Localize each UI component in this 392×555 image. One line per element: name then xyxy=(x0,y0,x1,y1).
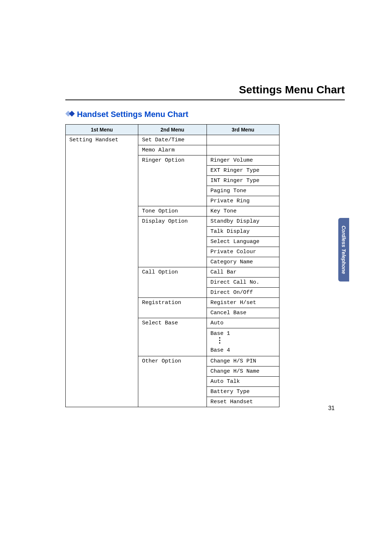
cell-3rd-menu: Change H/S Name xyxy=(207,366,279,376)
cell-3rd-menu: Private Ring xyxy=(207,196,279,206)
header-3rd-menu: 3rd Menu xyxy=(207,125,279,135)
section-header: Handset Settings Menu Chart xyxy=(65,110,345,119)
cell-3rd-menu-base-range: Base 1 ••• Base 4 xyxy=(207,328,279,356)
cell-3rd-menu: EXT Ringer Type xyxy=(207,166,279,176)
cell-3rd-menu: Select Language xyxy=(207,237,279,247)
base-end: Base 4 xyxy=(211,347,230,353)
cell-2nd-menu: Ringer Option xyxy=(138,155,207,206)
cell-3rd-menu: Auto Talk xyxy=(207,376,279,386)
cell-3rd-menu: Standby Display xyxy=(207,216,279,227)
table-header-row: 1st Menu 2nd Menu 3rd Menu xyxy=(66,125,279,135)
cell-3rd-menu: Paging Tone xyxy=(207,186,279,196)
cell-2nd-menu: Registration xyxy=(138,298,207,318)
cell-3rd-menu: Direct Call No. xyxy=(207,278,279,288)
side-tab-label: Cordless Telephone xyxy=(341,226,347,274)
cell-2nd-menu: Memo Alarm xyxy=(138,145,207,155)
cell-3rd-menu: Direct On/Off xyxy=(207,288,279,298)
cell-2nd-menu: Other Option xyxy=(138,356,207,407)
page-title: Settings Menu Chart xyxy=(65,84,345,100)
cell-3rd-menu xyxy=(207,145,279,155)
cell-3rd-menu: Talk Display xyxy=(207,227,279,237)
diamond-icon xyxy=(65,111,75,118)
cell-3rd-menu xyxy=(207,135,279,145)
cell-3rd-menu: Change H/S PIN xyxy=(207,356,279,366)
cell-3rd-menu: Ringer Volume xyxy=(207,155,279,166)
cell-3rd-menu: Reset Handset xyxy=(207,397,279,407)
cell-3rd-menu: INT Ringer Type xyxy=(207,176,279,186)
cell-2nd-menu: Display Option xyxy=(138,216,207,267)
svg-marker-1 xyxy=(69,111,75,117)
cell-2nd-menu: Call Option xyxy=(138,267,207,298)
vertical-dots-icon: ••• xyxy=(211,337,221,345)
table-row: Setting Handset Set Date/Time xyxy=(66,135,279,145)
cell-1st-menu: Setting Handset xyxy=(66,135,138,407)
cell-3rd-menu: Auto xyxy=(207,318,279,328)
cell-3rd-menu: Cancel Base xyxy=(207,308,279,318)
side-tab: Cordless Telephone xyxy=(338,218,349,281)
document-page: Settings Menu Chart Handset Settings Men… xyxy=(0,0,392,407)
cell-3rd-menu: Category Name xyxy=(207,257,279,267)
settings-menu-table: 1st Menu 2nd Menu 3rd Menu Setting Hands… xyxy=(65,124,279,407)
cell-3rd-menu: Key Tone xyxy=(207,206,279,216)
page-number: 31 xyxy=(328,405,335,412)
cell-2nd-menu: Select Base xyxy=(138,318,207,356)
cell-2nd-menu: Set Date/Time xyxy=(138,135,207,145)
cell-3rd-menu: Register H/set xyxy=(207,298,279,308)
cell-3rd-menu: Private Colour xyxy=(207,247,279,257)
cell-3rd-menu: Battery Type xyxy=(207,386,279,397)
cell-3rd-menu: Call Bar xyxy=(207,267,279,278)
cell-2nd-menu: Tone Option xyxy=(138,206,207,216)
header-1st-menu: 1st Menu xyxy=(66,125,138,135)
section-title: Handset Settings Menu Chart xyxy=(77,110,188,119)
header-2nd-menu: 2nd Menu xyxy=(138,125,207,135)
